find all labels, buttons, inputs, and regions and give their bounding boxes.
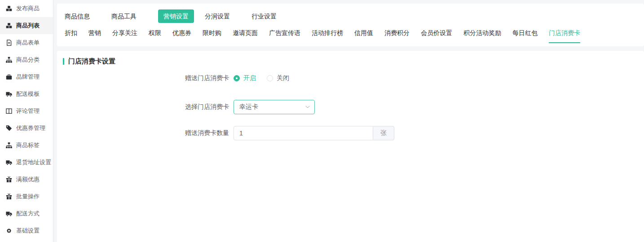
radio-on-label: 开启: [243, 74, 256, 82]
subtab-coupon[interactable]: 优惠券: [172, 29, 191, 43]
card-count-label: 赠送消费卡数量: [57, 129, 229, 137]
sidebar-item-label: 基础设置: [16, 227, 40, 235]
gear-icon: [6, 228, 12, 234]
sidebar-item-label: 商品分类: [16, 56, 40, 64]
subtab-points-activity-reward[interactable]: 积分活动奖励: [463, 29, 501, 43]
select-value: 幸运卡: [239, 103, 258, 111]
briefcase-icon: [6, 74, 12, 80]
sidebar-item-publish-product[interactable]: 发布商品: [0, 0, 53, 17]
truck-icon: [6, 159, 12, 166]
give-card-label: 赠送门店消费卡: [57, 74, 229, 82]
sitemap-icon: [6, 142, 12, 148]
main-area: 商品信息 商品工具 营销设置 分润设置 行业设置 折扣 营销 分享关注 权限 优…: [57, 0, 644, 242]
radio-off-icon: [267, 75, 273, 81]
sidebar-item-review-management[interactable]: 评论管理: [0, 103, 53, 120]
cubes-icon: [6, 22, 12, 29]
sidebar-item-label: 商品标签: [16, 141, 40, 149]
sidebar-item-basic-settings[interactable]: 基础设置: [0, 222, 53, 239]
tab-product-info[interactable]: 商品信息: [65, 9, 90, 23]
sidebar-item-full-amount-discount[interactable]: 满额优惠: [0, 171, 53, 188]
sitemap-icon: [6, 57, 12, 63]
radio-on-icon: [234, 75, 240, 81]
sidebar-item-brand-management[interactable]: 品牌管理: [0, 68, 53, 85]
tab-product-tools[interactable]: 商品工具: [111, 9, 137, 23]
form-row-card-count: 赠送消费卡数量 张: [57, 126, 644, 140]
gift-icon: [6, 193, 12, 200]
card-count-input-group: 张: [234, 126, 394, 140]
subtab-ad-slogan[interactable]: 广告宣传语: [269, 29, 300, 43]
sidebar-item-label: 评论管理: [16, 107, 40, 115]
title-accent-bar: [63, 58, 64, 65]
truck-icon: [6, 211, 12, 217]
sidebar-item-label: 退货地址设置: [16, 158, 51, 166]
subtab-daily-red-packet[interactable]: 每日红包: [512, 29, 538, 43]
subtab-permissions[interactable]: 权限: [149, 29, 161, 43]
tabs-card: 商品信息 商品工具 营销设置 分润设置 行业设置 折扣 营销 分享关注 权限 优…: [57, 4, 644, 46]
sidebar-item-shipping-method[interactable]: 配送方式: [0, 205, 53, 222]
sidebar-item-label: 优惠券管理: [16, 124, 45, 132]
sidebar-item-label: 发布商品: [16, 4, 40, 13]
subtab-member-price-settings[interactable]: 会员价设置: [421, 29, 452, 43]
form-file-icon: [6, 40, 12, 46]
section-title: 门店消费卡设置: [57, 51, 644, 66]
sidebar-item-shipping-template[interactable]: 配送模板: [0, 85, 53, 103]
subtab-store-consumption-card[interactable]: 门店消费卡: [549, 29, 580, 43]
gift-icon: [6, 176, 12, 183]
secondary-tab-bar: 折扣 营销 分享关注 权限 优惠券 限时购 邀请页面 广告宣传语 活动排行榜 信…: [65, 29, 644, 43]
store-card-select[interactable]: 幸运卡: [234, 100, 315, 114]
store-card-form: 赠送门店消费卡 开启 关闭 选择门店消费卡 幸运卡 赠送消费卡数量: [57, 71, 644, 140]
tab-profit-settings[interactable]: 分润设置: [205, 9, 230, 23]
subtab-flash-sale[interactable]: 限时购: [203, 29, 221, 43]
subtab-discount[interactable]: 折扣: [65, 29, 77, 43]
content-card: 门店消费卡设置 赠送门店消费卡 开启 关闭 选择门店消费卡 幸运卡: [57, 51, 644, 242]
card-quantity-input[interactable]: [234, 126, 373, 140]
subtab-credit-value[interactable]: 信用值: [354, 29, 373, 43]
sidebar-item-product-list[interactable]: 商品列表: [0, 17, 53, 34]
form-row-select-card: 选择门店消费卡 幸运卡: [57, 100, 644, 114]
chevron-down-icon: [305, 106, 310, 108]
sidebar-item-label: 商品表单: [16, 39, 40, 47]
sidebar-item-product-tags[interactable]: 商品标签: [0, 137, 53, 154]
give-card-radio-off[interactable]: 关闭: [267, 74, 289, 82]
sidebar-item-product-category[interactable]: 商品分类: [0, 51, 53, 68]
sidebar-item-label: 配送模板: [16, 90, 40, 98]
subtab-activity-ranking[interactable]: 活动排行榜: [312, 29, 343, 43]
select-card-label: 选择门店消费卡: [57, 103, 229, 111]
tab-marketing-settings[interactable]: 营销设置: [158, 9, 194, 23]
subtab-invite-page[interactable]: 邀请页面: [233, 29, 258, 43]
sidebar-item-label: 品牌管理: [16, 73, 40, 81]
sidebar-item-return-address-settings[interactable]: 退货地址设置: [0, 154, 53, 171]
sidebar-item-label: 配送方式: [16, 210, 40, 218]
section-title-text: 门店消费卡设置: [68, 57, 115, 66]
truck-icon: [6, 91, 12, 97]
subtab-consumption-points[interactable]: 消费积分: [384, 29, 410, 43]
subtab-marketing[interactable]: 营销: [88, 29, 101, 43]
cubes-icon: [6, 5, 12, 12]
form-row-give-card: 赠送门店消费卡 开启 关闭: [57, 71, 644, 85]
sidebar-item-label: 批量操作: [16, 193, 40, 201]
sidebar-item-coupon-management[interactable]: 优惠券管理: [0, 120, 53, 137]
primary-tab-bar: 商品信息 商品工具 营销设置 分润设置 行业设置: [65, 9, 644, 23]
tab-industry-settings[interactable]: 行业设置: [251, 9, 277, 23]
sidebar-item-batch-operations[interactable]: 批量操作: [0, 188, 53, 205]
subtab-share-follow[interactable]: 分享关注: [112, 29, 137, 43]
columns-icon: [6, 108, 12, 114]
give-card-radio-on[interactable]: 开启: [234, 74, 256, 82]
sidebar-item-label: 商品列表: [16, 22, 40, 30]
tag-icon: [6, 125, 12, 131]
sidebar-item-label: 满额优惠: [16, 175, 40, 184]
quantity-unit-addon: 张: [373, 126, 394, 140]
sidebar: 发布商品 商品列表 商品表单 商品分类 品牌管理 配送模板 评论管理 优惠券管理…: [0, 0, 53, 242]
radio-off-label: 关闭: [277, 74, 289, 82]
sidebar-item-product-form[interactable]: 商品表单: [0, 34, 53, 51]
